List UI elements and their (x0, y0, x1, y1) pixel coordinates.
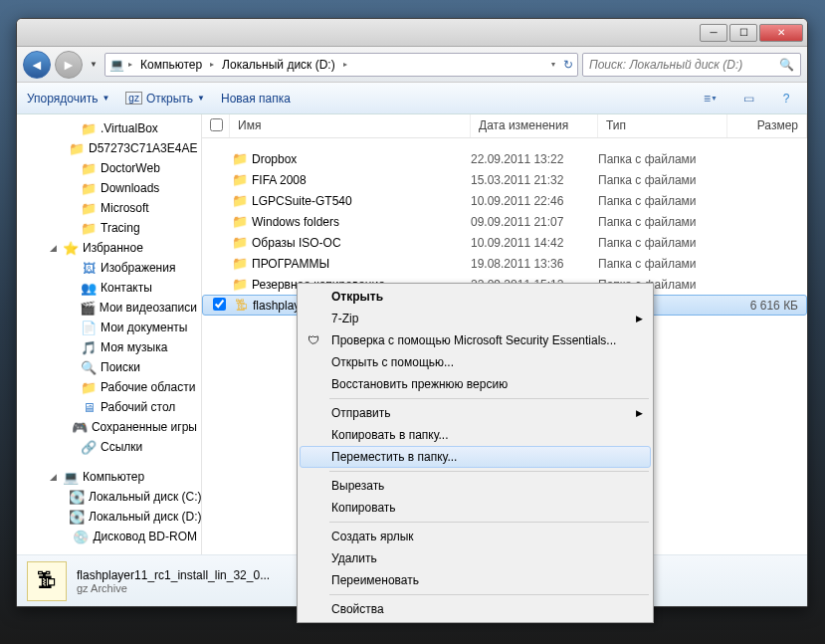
help-button[interactable]: ? (775, 88, 797, 109)
computer-icon: 💻 (109, 58, 124, 72)
file-row[interactable]: 📁FIFA 200815.03.2011 21:32Папка с файлам… (202, 169, 807, 190)
tree-label: Дисковод BD-ROM (93, 530, 197, 543)
preview-pane-button[interactable]: ▭ (737, 88, 759, 109)
refresh-icon[interactable]: ↻ (563, 58, 573, 72)
sidebar-item[interactable]: 📁Tracing (17, 218, 201, 238)
file-date: 22.09.2011 13:22 (471, 152, 598, 166)
expand-icon[interactable]: ◢ (47, 243, 59, 253)
column-size[interactable]: Размер (727, 114, 807, 137)
sidebar-item[interactable]: 🎬Мои видеозаписи (17, 298, 201, 318)
tree-label: Моя музыка (101, 340, 167, 354)
tree-icon: 📁 (81, 220, 97, 236)
address-bar[interactable]: 💻 ▸ Компьютер ▸ Локальный диск (D:) ▸ ▾ … (104, 53, 578, 77)
minimize-button[interactable]: ─ (700, 24, 727, 42)
file-icon: 📁 (230, 193, 250, 208)
tree-label: Компьютер (83, 470, 144, 484)
column-type[interactable]: Тип (598, 114, 727, 137)
sidebar-item[interactable]: 📁.VirtualBox (17, 118, 201, 138)
chevron-icon: ▸ (128, 60, 132, 69)
file-icon: 📁 (230, 214, 250, 229)
sidebar-item[interactable]: 📁Рабочие области (17, 377, 201, 397)
tree-icon: 🎬 (80, 300, 96, 316)
context-menu-item[interactable]: Восстановить прежнюю версию (300, 373, 651, 395)
submenu-arrow-icon: ▶ (636, 314, 643, 323)
row-checkbox[interactable] (213, 298, 226, 311)
navigation-sidebar[interactable]: 📁.VirtualBox📁D57273C71A3E4AE📁DoctorWeb📁D… (17, 114, 202, 554)
select-all-checkbox[interactable] (210, 118, 223, 131)
file-row[interactable]: 📁Windows folders09.09.2011 21:07Папка с … (202, 211, 807, 232)
maximize-button[interactable]: ☐ (729, 24, 757, 42)
sidebar-item[interactable]: 🔗Ссылки (17, 437, 201, 457)
sidebar-item[interactable]: 📁Downloads (17, 178, 201, 198)
sidebar-item[interactable]: 💽Локальный диск (D:) (17, 507, 201, 527)
expand-icon[interactable]: ◢ (47, 472, 59, 482)
context-menu-item[interactable]: Вырезать (300, 475, 651, 497)
sidebar-item[interactable]: 🖥Рабочий стол (17, 397, 201, 417)
tree-icon: 🖼 (81, 260, 97, 276)
tree-icon: 🔍 (81, 359, 97, 375)
sidebar-item[interactable]: ◢💻Компьютер (17, 467, 201, 487)
file-name: Dropbox (250, 152, 471, 166)
close-button[interactable]: ✕ (759, 24, 803, 42)
sidebar-item[interactable]: 📁D57273C71A3E4AE (17, 138, 201, 158)
new-folder-button[interactable]: Новая папка (221, 92, 291, 106)
file-row[interactable]: 📁LGPCSuite-GT54010.09.2011 22:46Папка с … (202, 190, 807, 211)
dropdown-icon[interactable]: ▾ (551, 60, 555, 69)
menu-item-icon: 🛡 (306, 332, 321, 348)
context-menu-item[interactable]: Открыть (300, 286, 651, 308)
sidebar-item[interactable]: 📁Microsoft (17, 198, 201, 218)
sidebar-item[interactable]: ◢⭐Избранное (17, 238, 201, 258)
context-menu-item[interactable]: 🛡Проверка с помощью Microsoft Security E… (300, 329, 651, 351)
search-icon[interactable]: 🔍 (779, 58, 794, 72)
sidebar-item[interactable]: 🎵Моя музыка (17, 337, 201, 357)
file-row[interactable]: 📁Dropbox22.09.2011 13:22Папка с файлами (202, 148, 807, 169)
tree-label: Downloads (101, 181, 159, 195)
file-icon: 📁 (230, 277, 250, 292)
context-menu-item[interactable]: Копировать в папку... (300, 424, 651, 446)
context-menu-item[interactable]: Создать ярлык (300, 526, 651, 547)
history-dropdown[interactable]: ▼ (87, 55, 101, 75)
organize-button[interactable]: Упорядочить ▼ (27, 92, 109, 106)
sidebar-item[interactable]: 📁DoctorWeb (17, 158, 201, 178)
sidebar-item[interactable]: 👥Контакты (17, 278, 201, 298)
context-menu-item[interactable]: Удалить (300, 547, 651, 569)
context-menu-item[interactable]: Свойства (300, 598, 651, 620)
context-menu-item[interactable]: Копировать (300, 497, 651, 519)
context-menu-item[interactable]: Отправить▶ (300, 402, 651, 424)
sidebar-item[interactable]: 🎮Сохраненные игры (17, 417, 201, 437)
file-icon: 📁 (230, 172, 250, 187)
sidebar-item[interactable]: 🔍Поиски (17, 357, 201, 377)
sidebar-item[interactable]: 📄Мои документы (17, 318, 201, 337)
breadcrumb-drive[interactable]: Локальный диск (D:) (218, 58, 339, 72)
view-options-button[interactable]: ≡ ▼ (700, 88, 722, 109)
context-menu-item[interactable]: Переместить в папку... (300, 446, 651, 468)
sidebar-item[interactable]: 🖼Изображения (17, 258, 201, 278)
tree-label: D57273C71A3E4AE (89, 141, 197, 155)
chevron-icon: ▸ (210, 60, 214, 69)
back-button[interactable]: ◄ (23, 51, 51, 79)
column-name[interactable]: Имя (230, 114, 471, 137)
breadcrumb-computer[interactable]: Компьютер (136, 58, 206, 72)
tree-icon: 📁 (81, 160, 97, 176)
open-button[interactable]: gz Открыть ▼ (125, 92, 205, 106)
sidebar-item[interactable]: 💽Локальный диск (C:) (17, 487, 201, 507)
chevron-icon: ▸ (343, 60, 347, 69)
file-row[interactable]: 📁Образы ISO-OC10.09.2011 14:42Папка с фа… (202, 232, 807, 253)
tree-label: Контакты (101, 281, 152, 295)
context-menu-item[interactable]: Переименовать (300, 569, 651, 591)
search-box[interactable]: 🔍 (582, 53, 801, 77)
column-date[interactable]: Дата изменения (471, 114, 598, 137)
tree-icon: ⭐ (63, 240, 79, 256)
checkbox-column[interactable] (202, 114, 230, 137)
forward-button[interactable]: ► (55, 51, 83, 79)
file-date: 09.09.2011 21:07 (471, 215, 598, 229)
sidebar-item[interactable]: 💿Дисковод BD-ROM (17, 527, 201, 546)
file-row[interactable]: 📁ПРОГРАММЫ19.08.2011 13:36Папка с файлам… (202, 253, 807, 274)
tree-icon: 🔗 (81, 439, 97, 455)
file-date: 19.08.2011 13:36 (471, 257, 598, 271)
context-menu-item[interactable]: Открыть с помощью... (300, 351, 651, 373)
context-menu-item[interactable]: 7-Zip▶ (300, 308, 651, 329)
search-input[interactable] (589, 58, 779, 72)
menu-item-label: Копировать в папку... (331, 428, 449, 442)
file-icon: 📁 (230, 235, 250, 250)
